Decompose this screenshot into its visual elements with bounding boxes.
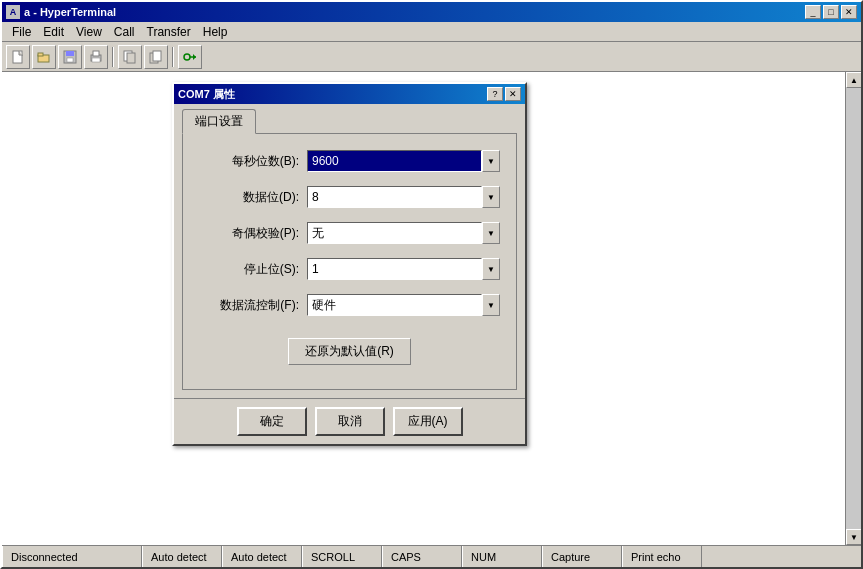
close-button[interactable]: ✕ [841,5,857,19]
menu-file[interactable]: File [6,23,37,41]
select-flowcontrol-button[interactable]: ▼ [482,294,500,316]
dialog-form: 每秒位数(B): 9600 ▼ 数据位(D): 8 ▼ [182,133,517,390]
label-flowcontrol: 数据流控制(F): [199,297,299,314]
toolbar-save[interactable] [58,45,82,69]
tab-port-settings[interactable]: 端口设置 [182,109,256,134]
ok-button[interactable]: 确定 [237,407,307,436]
scroll-down-button[interactable]: ▼ [846,529,861,545]
svg-rect-7 [93,51,99,56]
menu-view[interactable]: View [70,23,108,41]
select-flowcontrol-wrapper: 硬件 ▼ [307,294,500,316]
content-area: ▲ ▼ COM7 属性 ? ✕ 端口设置 [2,72,861,545]
status-capture: Capture [542,546,622,567]
dialog-title-bar: COM7 属性 ? ✕ [174,84,525,104]
title-bar-left: A a - HyperTerminal [6,5,116,19]
form-row-parity: 奇偶校验(P): 无 ▼ [199,222,500,244]
minimize-button[interactable]: _ [805,5,821,19]
dialog-title: COM7 属性 [178,87,235,102]
select-baud-button[interactable]: ▼ [482,150,500,172]
toolbar-sep-1 [112,47,114,67]
form-row-baud: 每秒位数(B): 9600 ▼ [199,150,500,172]
form-row-databits: 数据位(D): 8 ▼ [199,186,500,208]
svg-rect-8 [92,58,100,62]
status-print-echo: Print echo [622,546,702,567]
select-databits-display[interactable]: 8 [307,186,482,208]
tab-strip: 端口设置 [174,104,525,133]
toolbar-copy1[interactable] [118,45,142,69]
select-databits-wrapper: 8 ▼ [307,186,500,208]
dialog-title-buttons: ? ✕ [487,87,521,101]
menu-call[interactable]: Call [108,23,141,41]
select-flowcontrol-display[interactable]: 硬件 [307,294,482,316]
select-parity-wrapper: 无 ▼ [307,222,500,244]
menu-bar: File Edit View Call Transfer Help [2,22,861,42]
scrollbar-right[interactable]: ▲ ▼ [845,72,861,545]
svg-rect-2 [38,53,43,56]
scroll-up-button[interactable]: ▲ [846,72,861,88]
toolbar [2,42,861,72]
status-num: NUM [462,546,542,567]
title-buttons: _ □ ✕ [805,5,857,19]
status-auto-detect-2: Auto detect [222,546,302,567]
select-stopbits-display[interactable]: 1 [307,258,482,280]
dialog-help-button[interactable]: ? [487,87,503,101]
dialog-close-button[interactable]: ✕ [505,87,521,101]
status-auto-detect-1: Auto detect [142,546,222,567]
select-baud-display[interactable]: 9600 [307,150,482,172]
label-stopbits: 停止位(S): [199,261,299,278]
svg-rect-12 [153,51,161,61]
main-window: A a - HyperTerminal _ □ ✕ File Edit View… [0,0,863,569]
svg-rect-4 [66,51,74,56]
apply-button[interactable]: 应用(A) [393,407,463,436]
menu-help[interactable]: Help [197,23,234,41]
select-parity-display[interactable]: 无 [307,222,482,244]
menu-transfer[interactable]: Transfer [141,23,197,41]
menu-edit[interactable]: Edit [37,23,70,41]
cancel-button[interactable]: 取消 [315,407,385,436]
label-baud: 每秒位数(B): [199,153,299,170]
toolbar-open[interactable] [32,45,56,69]
toolbar-sep-2 [172,47,174,67]
dialog-button-row: 确定 取消 应用(A) [174,398,525,444]
maximize-button[interactable]: □ [823,5,839,19]
svg-rect-5 [67,58,73,62]
restore-default-button[interactable]: 还原为默认值(R) [288,338,411,365]
select-databits-button[interactable]: ▼ [482,186,500,208]
toolbar-print[interactable] [84,45,108,69]
window-title: a - HyperTerminal [24,6,116,18]
form-row-stopbits: 停止位(S): 1 ▼ [199,258,500,280]
svg-rect-10 [127,53,135,63]
title-bar: A a - HyperTerminal _ □ ✕ [2,2,861,22]
select-parity-button[interactable]: ▼ [482,222,500,244]
svg-point-13 [184,54,190,60]
select-baud-wrapper: 9600 ▼ [307,150,500,172]
select-stopbits-button[interactable]: ▼ [482,258,500,280]
status-bar: Disconnected Auto detect Auto detect SCR… [2,545,861,567]
toolbar-new[interactable] [6,45,30,69]
label-parity: 奇偶校验(P): [199,225,299,242]
label-databits: 数据位(D): [199,189,299,206]
status-scroll: SCROLL [302,546,382,567]
form-row-flowcontrol: 数据流控制(F): 硬件 ▼ [199,294,500,316]
toolbar-connect[interactable] [178,45,202,69]
status-caps: CAPS [382,546,462,567]
app-icon: A [6,5,20,19]
scroll-track[interactable] [846,88,861,529]
com7-dialog: COM7 属性 ? ✕ 端口设置 每秒位数(B): [172,82,527,446]
modal-overlay: COM7 属性 ? ✕ 端口设置 每秒位数(B): [2,72,845,545]
svg-marker-15 [193,54,196,60]
status-connection: Disconnected [2,546,142,567]
select-stopbits-wrapper: 1 ▼ [307,258,500,280]
toolbar-copy2[interactable] [144,45,168,69]
